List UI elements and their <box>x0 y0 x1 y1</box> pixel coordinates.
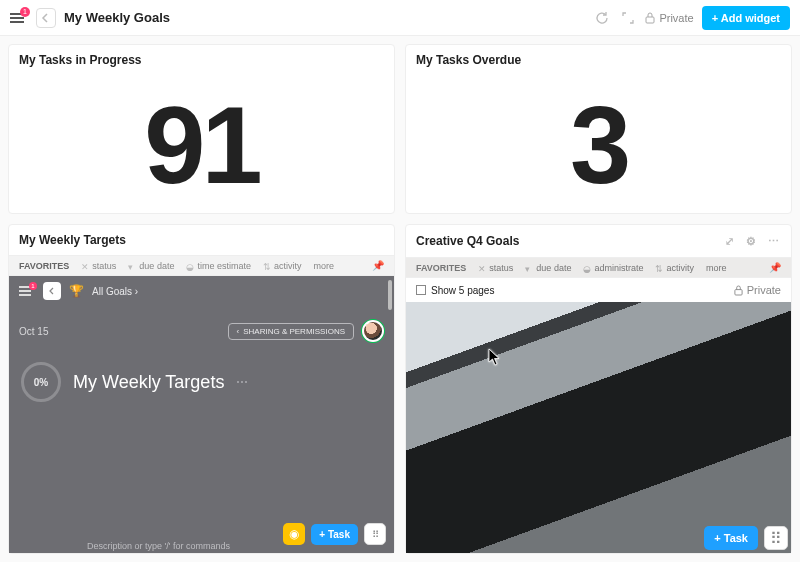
hamburger-menu-icon[interactable]: 1 <box>10 11 28 25</box>
widget-title: Creative Q4 Goals <box>416 234 519 248</box>
column-activity[interactable]: ⇅activity <box>655 263 694 273</box>
pin-icon[interactable]: 📌 <box>769 262 781 273</box>
goal-title: My Weekly Targets <box>73 372 224 393</box>
goal-date: Oct 15 <box>19 326 48 337</box>
show-pages-toggle[interactable]: Show 5 pages <box>416 285 494 296</box>
trophy-icon: 🏆 <box>69 284 84 298</box>
page-title: My Weekly Goals <box>64 10 170 25</box>
column-time-estimate[interactable]: ◒time estimate <box>186 261 251 271</box>
add-task-button[interactable]: + Task <box>311 524 358 545</box>
widget-title: My Tasks in Progress <box>9 45 394 75</box>
apps-grid-icon[interactable]: ⠿ <box>364 523 386 545</box>
goals-embed: 1 🏆 All Goals › Oct 15 ‹ SHARING & PERMI… <box>9 276 394 553</box>
user-avatar[interactable] <box>362 320 384 342</box>
column-more[interactable]: more <box>313 261 334 271</box>
fab-apps-icon[interactable]: ⠿ <box>764 526 788 550</box>
progress-ring: 0% <box>21 362 61 402</box>
settings-gear-icon[interactable]: ⚙ <box>743 233 759 249</box>
widget-privacy[interactable]: Private <box>734 284 781 296</box>
all-goals-breadcrumb[interactable]: All Goals › <box>92 286 138 297</box>
creative-hero-image <box>406 302 791 553</box>
pages-icon <box>416 285 426 295</box>
privacy-toggle[interactable]: Private <box>645 12 693 24</box>
expand-icon[interactable] <box>619 9 637 27</box>
widget-creative-q4-goals: Creative Q4 Goals ⤢ ⚙ ⋯ FAVORITES ✕statu… <box>405 224 792 554</box>
fab-add-task-button[interactable]: + Task <box>704 526 758 550</box>
widget-title: My Tasks Overdue <box>406 45 791 75</box>
lock-icon <box>734 285 743 296</box>
menu-notification-badge: 1 <box>20 7 30 17</box>
favorites-label: FAVORITES <box>19 261 69 271</box>
embed-menu-icon[interactable]: 1 <box>19 285 35 297</box>
back-button[interactable] <box>36 8 56 28</box>
column-due-date[interactable]: ▾due date <box>525 263 571 273</box>
sharing-permissions-button[interactable]: ‹ SHARING & PERMISSIONS <box>228 323 354 340</box>
column-more[interactable]: more <box>706 263 727 273</box>
column-activity[interactable]: ⇅activity <box>263 261 302 271</box>
top-bar: 1 My Weekly Goals Private + Add widget <box>0 0 800 36</box>
column-due-date[interactable]: ▾due date <box>128 261 174 271</box>
tasks-overdue-value: 3 <box>406 75 791 213</box>
svg-rect-1 <box>735 289 742 294</box>
goal-more-icon[interactable]: ⋯ <box>236 375 248 389</box>
expand-widget-icon[interactable]: ⤢ <box>721 233 737 249</box>
embed-back-button[interactable] <box>43 282 61 300</box>
widget-tasks-overdue: My Tasks Overdue 3 <box>405 44 792 214</box>
tasks-in-progress-value: 91 <box>9 75 394 213</box>
svg-rect-0 <box>646 17 654 23</box>
privacy-label: Private <box>659 12 693 24</box>
scrollbar-thumb[interactable] <box>388 280 392 310</box>
favorites-bar: FAVORITES ✕status ▾due date ◒administrat… <box>406 257 791 278</box>
favorites-bar: FAVORITES ✕status ▾due date ◒time estima… <box>9 255 394 276</box>
column-administrate[interactable]: ◒administrate <box>583 263 643 273</box>
lock-icon <box>645 12 655 24</box>
column-status[interactable]: ✕status <box>478 263 513 273</box>
floating-action-bar: + Task ⠿ <box>704 526 788 550</box>
pin-icon[interactable]: 📌 <box>372 260 384 271</box>
dashboard-grid: My Tasks in Progress 91 My Tasks Overdue… <box>0 36 800 562</box>
widget-tasks-in-progress: My Tasks in Progress 91 <box>8 44 395 214</box>
description-placeholder[interactable]: Description or type '/' for commands <box>87 541 230 551</box>
widget-title: My Weekly Targets <box>19 233 126 247</box>
mouse-cursor-icon <box>488 348 502 366</box>
widget-more-icon[interactable]: ⋯ <box>765 233 781 249</box>
favorites-label: FAVORITES <box>416 263 466 273</box>
add-widget-button[interactable]: + Add widget <box>702 6 790 30</box>
record-button[interactable]: ◉ <box>283 523 305 545</box>
refresh-icon[interactable] <box>593 9 611 27</box>
column-status[interactable]: ✕status <box>81 261 116 271</box>
widget-weekly-targets: My Weekly Targets FAVORITES ✕status ▾due… <box>8 224 395 554</box>
